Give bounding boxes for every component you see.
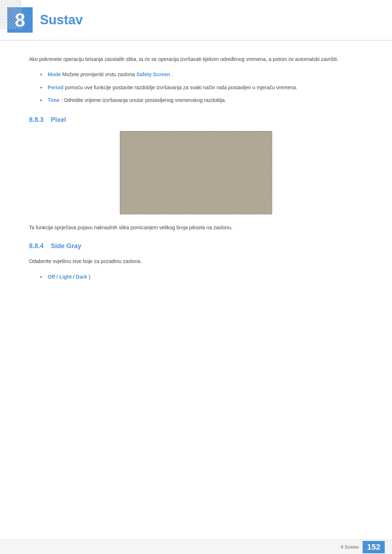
section-884-title: Side Gray — [51, 242, 81, 250]
keyword-safety-screen: Safety Screen — [136, 71, 170, 77]
pixel-image — [120, 131, 272, 214]
closing-paren: ) — [89, 274, 90, 280]
bullet-dot-2: • — [40, 83, 42, 93]
side-gray-options-item: • Off / Light / Dark ) — [29, 273, 363, 282]
chapter-title: Sustav — [40, 12, 83, 28]
bullet-period-text: Period pomoću ove funkcije postavite raz… — [48, 83, 363, 91]
header-decoration — [0, 0, 22, 29]
section-883-header: 8.8.3 Pixel — [29, 116, 363, 124]
feature-bullet-list: • Mode Možete promijeniti vrstu zaslona … — [29, 70, 363, 105]
keyword-period: Period — [48, 85, 64, 90]
bullet-mode: • Mode Možete promijeniti vrstu zaslona … — [29, 70, 363, 79]
section-884-number: 8.8.4 — [29, 242, 44, 250]
keyword-dark: Dark — [76, 274, 87, 280]
section-883-title: Pixel — [51, 116, 66, 123]
intro-paragraph: Ako pokrenete operaciju brisanja zaostal… — [29, 55, 363, 63]
bullet-period: • Period pomoću ove funkcije postavite r… — [29, 83, 363, 93]
svg-rect-4 — [120, 131, 272, 214]
bullet-time: • Time : Odredite vrijeme izvršavanja un… — [29, 96, 363, 105]
bullet-dot-1: • — [40, 70, 42, 79]
bullet-dot-4: • — [40, 273, 42, 282]
pixel-image-container — [29, 131, 363, 214]
page-footer: 8 Sustav 152 — [0, 539, 392, 554]
side-gray-options-list: • Off / Light / Dark ) — [29, 273, 363, 282]
bullet-time-text: Time : Odredite vrijeme izvršavanja unut… — [48, 96, 363, 104]
section-883-number: 8.8.3 — [29, 116, 44, 123]
main-content: Ako pokrenete operaciju brisanja zaostal… — [0, 44, 392, 307]
pixel-description: Ta funkcija sprječava pojavu naknadnih s… — [29, 223, 363, 231]
side-gray-options-text: Off / Light / Dark ) — [48, 273, 363, 281]
footer-text: 8 Sustav — [341, 544, 359, 550]
chapter-header: 8 Sustav — [0, 0, 392, 41]
section-884-header: 8.8.4 Side Gray — [29, 242, 363, 250]
keyword-mode: Mode — [48, 71, 61, 77]
side-gray-description: Odaberite svjetlinu sive boje za pozadin… — [29, 257, 363, 265]
keyword-light: Light — [59, 274, 72, 280]
keyword-time: Time — [48, 97, 59, 103]
bullet-dot-3: • — [40, 96, 42, 105]
bullet-mode-text: Mode Možete promijeniti vrstu zaslona Sa… — [48, 70, 363, 78]
keyword-off: Off — [48, 274, 55, 280]
svg-rect-1 — [0, 0, 22, 29]
footer-page-number: 152 — [363, 541, 385, 553]
separator-2: / — [73, 274, 76, 280]
